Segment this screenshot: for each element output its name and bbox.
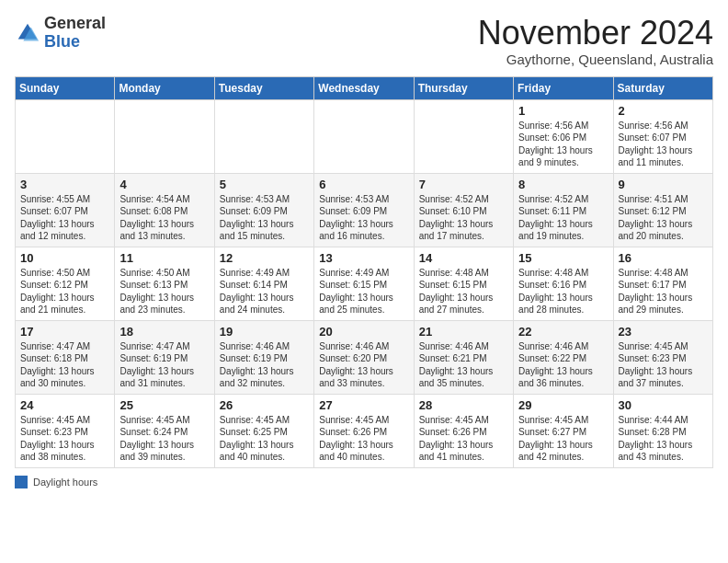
week-row-1: 1Sunrise: 4:56 AM Sunset: 6:06 PM Daylig… [16,99,713,173]
month-title: November 2024 [478,15,713,52]
weekday-header-saturday: Saturday [613,76,712,99]
calendar-cell: 1Sunrise: 4:56 AM Sunset: 6:06 PM Daylig… [514,99,613,173]
day-info: Sunrise: 4:44 AM Sunset: 6:28 PM Dayligh… [619,414,708,464]
day-info: Sunrise: 4:48 AM Sunset: 6:17 PM Dayligh… [619,267,708,316]
calendar-cell: 22Sunrise: 4:46 AM Sunset: 6:22 PM Dayli… [514,320,613,394]
calendar-cell: 28Sunrise: 4:45 AM Sunset: 6:26 PM Dayli… [414,394,513,467]
day-number: 12 [220,251,309,265]
day-number: 19 [220,325,309,339]
day-number: 28 [419,398,508,412]
day-number: 18 [119,325,209,339]
logo-text: General Blue [44,15,106,52]
calendar-cell: 24Sunrise: 4:45 AM Sunset: 6:23 PM Dayli… [16,394,115,467]
day-number: 1 [518,104,608,118]
logo-general: General [44,14,106,32]
day-info: Sunrise: 4:52 AM Sunset: 6:11 PM Dayligh… [518,193,608,243]
calendar-cell: 25Sunrise: 4:45 AM Sunset: 6:24 PM Dayli… [115,394,214,467]
calendar-cell: 21Sunrise: 4:46 AM Sunset: 6:21 PM Dayli… [414,320,513,394]
calendar-table: SundayMondayTuesdayWednesdayThursdayFrid… [15,76,713,468]
day-info: Sunrise: 4:50 AM Sunset: 6:12 PM Dayligh… [20,267,109,316]
day-info: Sunrise: 4:56 AM Sunset: 6:06 PM Dayligh… [518,120,608,169]
day-number: 15 [518,251,608,265]
day-number: 25 [119,398,209,412]
day-number: 30 [619,398,708,412]
day-number: 22 [518,325,608,339]
day-info: Sunrise: 4:45 AM Sunset: 6:23 PM Dayligh… [20,414,109,464]
header: General Blue November 2024 Gaythorne, Qu… [15,15,713,67]
calendar-cell: 4Sunrise: 4:54 AM Sunset: 6:08 PM Daylig… [115,173,214,247]
day-number: 10 [20,251,109,265]
calendar-cell: 23Sunrise: 4:45 AM Sunset: 6:23 PM Dayli… [613,320,712,394]
day-info: Sunrise: 4:46 AM Sunset: 6:22 PM Dayligh… [518,340,608,390]
weekday-header-thursday: Thursday [414,76,513,99]
legend-label: Daylight hours [33,477,97,488]
calendar-cell: 30Sunrise: 4:44 AM Sunset: 6:28 PM Dayli… [613,394,712,467]
day-number: 3 [20,178,109,191]
calendar-cell: 12Sunrise: 4:49 AM Sunset: 6:14 PM Dayli… [214,247,313,320]
day-number: 5 [220,178,309,191]
logo-icon [15,20,40,46]
day-number: 9 [619,178,708,191]
day-number: 23 [619,325,708,339]
weekday-header-wednesday: Wednesday [314,76,414,99]
day-number: 27 [319,398,408,412]
calendar-cell [314,99,414,173]
day-info: Sunrise: 4:46 AM Sunset: 6:20 PM Dayligh… [319,340,408,390]
day-info: Sunrise: 4:47 AM Sunset: 6:19 PM Dayligh… [119,340,209,390]
day-number: 20 [319,325,408,339]
calendar-cell: 10Sunrise: 4:50 AM Sunset: 6:12 PM Dayli… [16,247,115,320]
day-info: Sunrise: 4:45 AM Sunset: 6:26 PM Dayligh… [319,414,408,464]
day-info: Sunrise: 4:49 AM Sunset: 6:14 PM Dayligh… [220,267,309,316]
calendar-cell: 8Sunrise: 4:52 AM Sunset: 6:11 PM Daylig… [514,173,613,247]
day-number: 21 [419,325,508,339]
weekday-header-monday: Monday [115,76,214,99]
calendar-cell: 20Sunrise: 4:46 AM Sunset: 6:20 PM Dayli… [314,320,414,394]
legend: Daylight hours [15,476,713,488]
day-info: Sunrise: 4:47 AM Sunset: 6:18 PM Dayligh… [20,340,109,390]
day-number: 13 [319,251,408,265]
calendar-cell: 13Sunrise: 4:49 AM Sunset: 6:15 PM Dayli… [314,247,414,320]
calendar-cell: 5Sunrise: 4:53 AM Sunset: 6:09 PM Daylig… [214,173,313,247]
title-block: November 2024 Gaythorne, Queensland, Aus… [478,15,713,67]
logo: General Blue [15,15,106,52]
weekday-header-friday: Friday [514,76,613,99]
logo-blue: Blue [44,32,80,51]
day-info: Sunrise: 4:51 AM Sunset: 6:12 PM Dayligh… [619,193,708,243]
day-info: Sunrise: 4:53 AM Sunset: 6:09 PM Dayligh… [319,193,408,243]
calendar-cell: 26Sunrise: 4:45 AM Sunset: 6:25 PM Dayli… [214,394,313,467]
day-info: Sunrise: 4:50 AM Sunset: 6:13 PM Dayligh… [119,267,209,316]
calendar-cell: 7Sunrise: 4:52 AM Sunset: 6:10 PM Daylig… [414,173,513,247]
calendar-cell [214,99,313,173]
day-number: 16 [619,251,708,265]
calendar-cell: 17Sunrise: 4:47 AM Sunset: 6:18 PM Dayli… [16,320,115,394]
day-info: Sunrise: 4:53 AM Sunset: 6:09 PM Dayligh… [220,193,309,243]
day-info: Sunrise: 4:55 AM Sunset: 6:07 PM Dayligh… [20,193,109,243]
day-info: Sunrise: 4:48 AM Sunset: 6:15 PM Dayligh… [419,267,508,316]
legend-color-box [15,476,28,488]
calendar-cell: 9Sunrise: 4:51 AM Sunset: 6:12 PM Daylig… [613,173,712,247]
day-number: 29 [518,398,608,412]
calendar-cell [115,99,214,173]
week-row-5: 24Sunrise: 4:45 AM Sunset: 6:23 PM Dayli… [16,394,713,467]
weekday-header-tuesday: Tuesday [214,76,313,99]
calendar-cell: 16Sunrise: 4:48 AM Sunset: 6:17 PM Dayli… [613,247,712,320]
calendar-cell: 15Sunrise: 4:48 AM Sunset: 6:16 PM Dayli… [514,247,613,320]
calendar-cell: 18Sunrise: 4:47 AM Sunset: 6:19 PM Dayli… [115,320,214,394]
calendar-cell: 11Sunrise: 4:50 AM Sunset: 6:13 PM Dayli… [115,247,214,320]
day-info: Sunrise: 4:46 AM Sunset: 6:19 PM Dayligh… [220,340,309,390]
location-title: Gaythorne, Queensland, Australia [478,52,713,67]
calendar-cell: 27Sunrise: 4:45 AM Sunset: 6:26 PM Dayli… [314,394,414,467]
day-info: Sunrise: 4:54 AM Sunset: 6:08 PM Dayligh… [119,193,209,243]
weekday-header-sunday: Sunday [16,76,115,99]
day-info: Sunrise: 4:45 AM Sunset: 6:24 PM Dayligh… [119,414,209,464]
day-number: 8 [518,178,608,191]
week-row-3: 10Sunrise: 4:50 AM Sunset: 6:12 PM Dayli… [16,247,713,320]
day-info: Sunrise: 4:56 AM Sunset: 6:07 PM Dayligh… [619,120,708,169]
day-number: 11 [119,251,209,265]
calendar-cell [16,99,115,173]
day-number: 14 [419,251,508,265]
day-number: 7 [419,178,508,191]
calendar-cell: 2Sunrise: 4:56 AM Sunset: 6:07 PM Daylig… [613,99,712,173]
calendar-cell: 29Sunrise: 4:45 AM Sunset: 6:27 PM Dayli… [514,394,613,467]
day-info: Sunrise: 4:48 AM Sunset: 6:16 PM Dayligh… [518,267,608,316]
